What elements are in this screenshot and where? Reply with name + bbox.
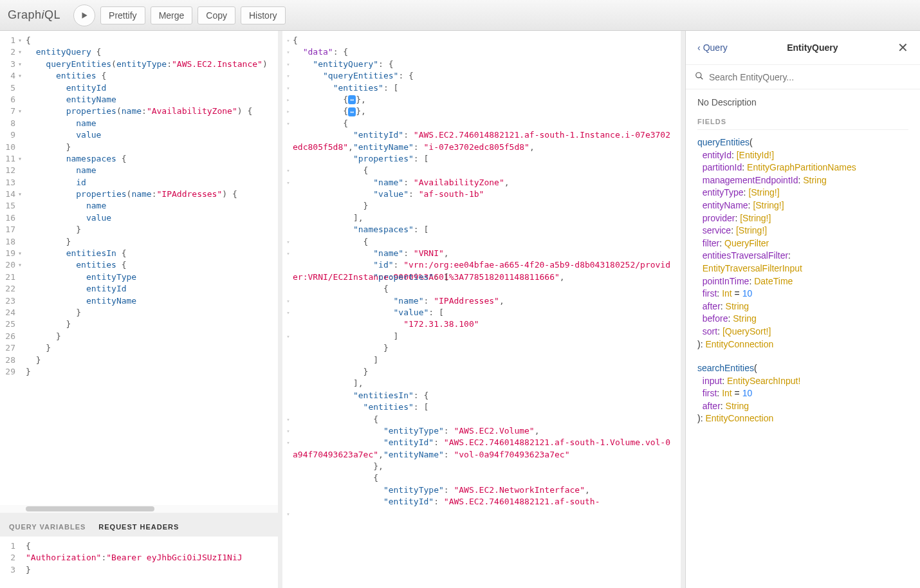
search-icon xyxy=(695,71,704,82)
result-gutter: ▾▾▾▾▾▸▸▾▾▾▾▾▾▾▾▾▾▾▾ xyxy=(284,35,293,544)
horizontal-scrollbar[interactable] xyxy=(0,505,278,513)
bottom-tabbar: QUERY VARIABLES REQUEST HEADERS xyxy=(0,517,278,537)
copy-button[interactable]: Copy xyxy=(198,6,235,24)
tab-query-variables[interactable]: QUERY VARIABLES xyxy=(9,523,86,531)
doc-description: No Description xyxy=(697,97,908,107)
query-gutter: 1▾2▾3▾4▾567▾891011▾121314▾1516171819▾20▾… xyxy=(0,31,23,505)
doc-title: EntityQuery xyxy=(787,42,838,53)
play-icon xyxy=(80,11,89,20)
result-code: { "data": { "entityQuery": { "queryEntit… xyxy=(293,35,672,544)
headers-code[interactable]: { "Authorization": "Bearer eyJhbGciOiJSU… xyxy=(23,537,245,588)
merge-button[interactable]: Merge xyxy=(151,6,193,24)
doc-back-button[interactable]: ‹ Query xyxy=(697,42,728,53)
doc-back-label: Query xyxy=(703,42,728,53)
headers-gutter: 123 xyxy=(0,537,23,588)
main: 1▾2▾3▾4▾567▾891011▾121314▾1516171819▾20▾… xyxy=(0,31,920,588)
bottom-panel: QUERY VARIABLES REQUEST HEADERS 123 { "A… xyxy=(0,513,278,588)
doc-body: No Description FIELDS queryEntities( ent… xyxy=(686,89,920,588)
doc-fields-label: FIELDS xyxy=(697,118,908,130)
prettify-button[interactable]: Prettify xyxy=(100,6,145,24)
chevron-left-icon: ‹ xyxy=(697,42,701,53)
field-searchEntities[interactable]: searchEntities( input: EntitySearchInput… xyxy=(697,362,908,425)
topbar: GraphiQL Prettify Merge Copy History xyxy=(0,0,920,31)
close-icon: ✕ xyxy=(897,41,908,55)
field-queryEntities[interactable]: queryEntities( entityId: [EntityId!] par… xyxy=(697,136,908,351)
svg-line-1 xyxy=(701,77,703,80)
doc-header: ‹ Query EntityQuery ✕ xyxy=(686,31,920,65)
result-viewer[interactable]: ▾▾▾▾▾▸▸▾▾▾▾▾▾▾▾▾▾▾▾ { "data": { "entityQ… xyxy=(282,31,681,547)
scroll-thumb[interactable] xyxy=(26,506,154,511)
doc-explorer: ‹ Query EntityQuery ✕ No Description FIE… xyxy=(685,31,920,588)
doc-search xyxy=(686,65,920,89)
result-pane: ▾▾▾▾▾▸▸▾▾▾▾▾▾▾▾▾▾▾▾ { "data": { "entityQ… xyxy=(278,31,685,588)
history-button[interactable]: History xyxy=(241,6,286,24)
headers-editor[interactable]: 123 { "Authorization": "Bearer eyJhbGciO… xyxy=(0,537,278,588)
svg-point-0 xyxy=(696,73,701,78)
logo: GraphiQL xyxy=(8,8,60,22)
execute-button[interactable] xyxy=(73,5,95,26)
doc-search-input[interactable] xyxy=(709,72,911,82)
query-code[interactable]: { entityQuery { queryEntities(entityType… xyxy=(23,31,270,505)
doc-close-button[interactable]: ✕ xyxy=(897,40,908,55)
query-editor[interactable]: 1▾2▾3▾4▾567▾891011▾121314▾1516171819▾20▾… xyxy=(0,31,278,505)
query-editor-pane: 1▾2▾3▾4▾567▾891011▾121314▾1516171819▾20▾… xyxy=(0,31,278,588)
tab-request-headers[interactable]: REQUEST HEADERS xyxy=(98,523,179,531)
